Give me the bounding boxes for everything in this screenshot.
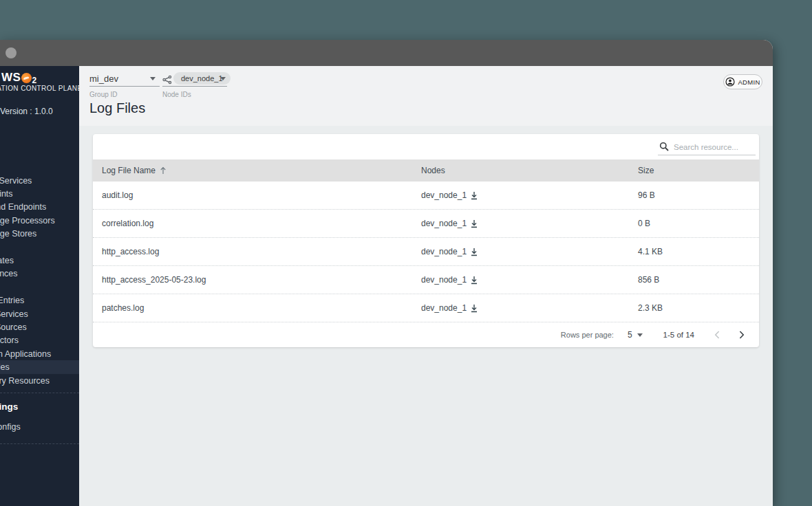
node-name: dev_node_1 bbox=[421, 219, 467, 228]
sidebar-item-data-sources[interactable]: Data Sources bbox=[0, 320, 79, 333]
sidebar-settings-menu: Log Configs bbox=[0, 420, 79, 433]
sidebar-section-settings: Settings bbox=[0, 400, 79, 412]
node-id-chip-label: dev_node_1 bbox=[181, 74, 223, 82]
download-icon[interactable] bbox=[470, 304, 478, 313]
sidebar-item-label: Endpoints bbox=[0, 189, 13, 199]
sidebar-item-registry-resources[interactable]: Registry Resources bbox=[0, 374, 79, 387]
sidebar-item-label: Sequences bbox=[0, 269, 18, 278]
previous-page-button[interactable] bbox=[712, 329, 722, 340]
nodes-cell: dev_node_1 bbox=[421, 190, 638, 200]
search-field bbox=[658, 139, 756, 155]
rows-per-page-label: Rows per page: bbox=[561, 331, 614, 339]
table-header-row: Log File Name Nodes Size bbox=[93, 160, 759, 182]
log-file-name-cell: correlation.log bbox=[102, 219, 421, 228]
sidebar-item-label: Proxy Services bbox=[0, 176, 32, 186]
next-page-button[interactable] bbox=[737, 329, 747, 340]
chevron-right-icon bbox=[739, 331, 745, 339]
log-file-name-cell: audit.log bbox=[102, 190, 421, 200]
node-name: dev_node_1 bbox=[421, 275, 467, 285]
rows-per-page-caret-icon bbox=[637, 333, 643, 337]
table-row[interactable]: http_access.log dev_node_1 4.1 KB bbox=[93, 238, 759, 266]
node-name: dev_node_1 bbox=[421, 247, 467, 256]
download-icon[interactable] bbox=[470, 248, 478, 256]
nodes-cell: dev_node_1 bbox=[421, 303, 638, 313]
sidebar-item-data-services[interactable]: Data Services bbox=[0, 307, 79, 320]
wso2-orange-globe-icon bbox=[21, 73, 32, 83]
download-icon[interactable] bbox=[470, 276, 478, 285]
sidebar-item-local-entries[interactable]: Local Entries bbox=[0, 294, 79, 307]
window-titlebar bbox=[0, 40, 773, 66]
table-row[interactable]: correlation.log dev_node_1 0 B bbox=[93, 210, 759, 238]
product-name: INTEGRATION CONTROL PLANE bbox=[0, 85, 79, 92]
node-name: dev_node_1 bbox=[421, 190, 467, 200]
window-control-button[interactable] bbox=[6, 47, 17, 58]
log-file-name-header-label: Log File Name bbox=[102, 166, 156, 175]
sidebar-item-templates[interactable]: Templates bbox=[0, 254, 79, 267]
column-header-log-file-name[interactable]: Log File Name bbox=[102, 166, 421, 175]
sidebar-item-message-processors[interactable]: Message Processors bbox=[0, 214, 79, 227]
sidebar-item-label: Carbon Applications bbox=[0, 349, 51, 359]
size-cell: 96 B bbox=[638, 190, 759, 200]
download-icon[interactable] bbox=[470, 191, 478, 200]
sidebar-item-message-stores[interactable]: Message Stores bbox=[0, 228, 79, 241]
sidebar-item-label: Local Entries bbox=[0, 296, 24, 305]
sidebar-item-label: Log Files bbox=[0, 362, 10, 372]
sidebar-item-log-files[interactable]: Log Files bbox=[0, 360, 79, 373]
sidebar-item-label: Templates bbox=[0, 256, 14, 265]
sidebar-item-inbound-endpoints[interactable]: Inbound Endpoints bbox=[0, 201, 79, 214]
log-file-name-cell: http_access.log bbox=[102, 247, 421, 256]
sidebar-item-label: Registry Resources bbox=[0, 376, 50, 386]
rows-per-page-value: 5 bbox=[628, 330, 632, 340]
table-row[interactable]: http_access_2025-05-23.log dev_node_1 85… bbox=[93, 266, 759, 294]
wso2-logo: WS 2 bbox=[1, 69, 36, 85]
sidebar-item-tasks[interactable]: Tasks bbox=[0, 280, 79, 294]
sidebar-divider bbox=[0, 393, 79, 393]
search-input[interactable] bbox=[674, 143, 756, 151]
sidebar-item-endpoints[interactable]: Endpoints bbox=[0, 187, 79, 200]
nodes-cell: dev_node_1 bbox=[421, 275, 638, 285]
sidebar-item-label: Connectors bbox=[0, 336, 19, 345]
sidebar-item-proxy-services[interactable]: Proxy Services bbox=[0, 174, 79, 187]
content-area: mi_dev Group ID dev_node_1 Node IDs ADMI… bbox=[79, 66, 773, 506]
column-header-size: Size bbox=[638, 166, 759, 175]
sidebar: WS 2 INTEGRATION CONTROL PLANE Version :… bbox=[0, 66, 79, 506]
sidebar-item-sequences[interactable]: Sequences bbox=[0, 267, 79, 280]
node-ids-underline bbox=[162, 86, 227, 87]
sidebar-item-apis[interactable]: APIs bbox=[0, 241, 79, 254]
group-id-select[interactable]: mi_dev bbox=[89, 74, 118, 84]
table-row[interactable]: patches.log dev_node_1 2.3 KB bbox=[93, 294, 759, 322]
chevron-left-icon bbox=[714, 331, 720, 339]
log-files-card: Log File Name Nodes Size audit.log dev_n… bbox=[93, 134, 759, 347]
node-name: dev_node_1 bbox=[421, 303, 467, 313]
logo-text: WS bbox=[1, 71, 21, 85]
group-id-caret-icon bbox=[150, 77, 156, 80]
log-file-name-cell: patches.log bbox=[102, 303, 421, 313]
page-title: Log Files bbox=[89, 100, 145, 116]
sidebar-item-label: Message Stores bbox=[0, 229, 36, 239]
sidebar-item-label: Message Processors bbox=[0, 216, 55, 226]
settings-header-label: Settings bbox=[0, 402, 18, 412]
table-row[interactable]: audit.log dev_node_1 96 B bbox=[93, 182, 759, 210]
logo-2-text: 2 bbox=[32, 76, 36, 85]
sidebar-item-label: Log Configs bbox=[0, 422, 21, 432]
table-body: audit.log dev_node_1 96 B correlation.lo… bbox=[93, 182, 759, 322]
log-file-name-cell: http_access_2025-05-23.log bbox=[102, 275, 421, 285]
sort-ascending-icon bbox=[160, 166, 167, 175]
sidebar-item-log-configs[interactable]: Log Configs bbox=[0, 420, 79, 433]
sidebar-item-label: Data Sources bbox=[0, 322, 27, 332]
node-ids-caret-icon bbox=[220, 77, 226, 80]
download-icon[interactable] bbox=[470, 219, 478, 228]
pagination-range: 1-5 of 14 bbox=[663, 331, 694, 339]
admin-user-button[interactable]: ADMIN bbox=[723, 74, 762, 89]
sidebar-item-carbon-applications[interactable]: Carbon Applications bbox=[0, 347, 79, 360]
size-cell: 4.1 KB bbox=[638, 247, 759, 256]
sidebar-menu: Proxy ServicesEndpointsInbound Endpoints… bbox=[0, 174, 79, 387]
group-id-underline bbox=[89, 86, 160, 87]
app-window: WS 2 INTEGRATION CONTROL PLANE Version :… bbox=[0, 40, 773, 506]
sidebar-item-connectors[interactable]: Connectors bbox=[0, 334, 79, 347]
rows-per-page-select[interactable]: 5 bbox=[628, 330, 643, 340]
sidebar-divider-bottom bbox=[0, 443, 79, 444]
nodes-cell: dev_node_1 bbox=[421, 219, 638, 228]
search-icon bbox=[659, 142, 669, 151]
column-header-nodes: Nodes bbox=[421, 166, 638, 175]
